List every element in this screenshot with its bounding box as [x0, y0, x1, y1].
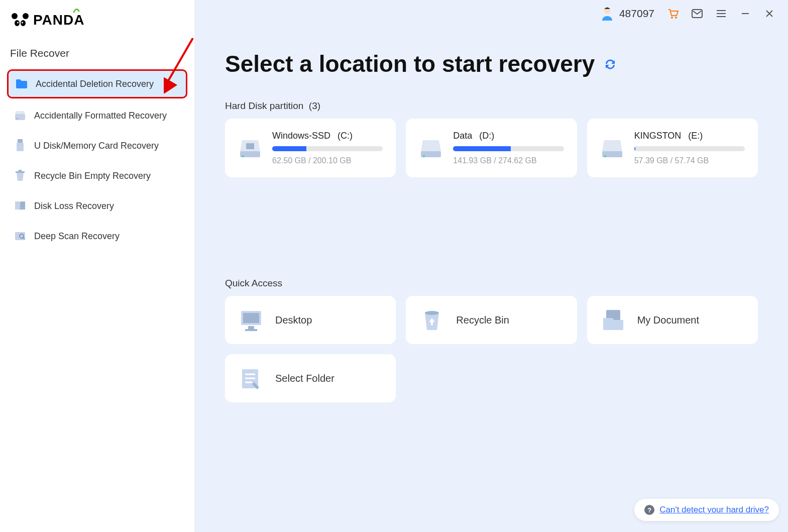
quick-label: Desktop	[275, 314, 312, 326]
trash-icon	[13, 170, 27, 182]
sidebar-item-label: Accidentally Formatted Recovery	[34, 111, 167, 121]
sidebar-item-deep-scan[interactable]: Deep Scan Recovery	[7, 223, 187, 249]
sidebar-list: Accidental Deletion Recovery Accidentall…	[0, 69, 194, 249]
sidebar-item-label: Deep Scan Recovery	[34, 231, 120, 242]
svg-rect-11	[19, 170, 22, 171]
quick-label: Select Folder	[275, 373, 334, 384]
disk-icon	[419, 136, 443, 160]
svg-rect-10	[16, 171, 25, 173]
titlebar: 487097	[195, 0, 788, 27]
partition-card-c[interactable]: Windows-SSD (C:) 62.50 GB / 200.10 GB	[225, 119, 396, 177]
svg-point-1	[23, 13, 29, 19]
partition-size: 141.93 GB / 274.62 GB	[453, 156, 564, 165]
svg-point-5	[22, 22, 23, 23]
svg-rect-28	[246, 143, 254, 149]
svg-point-3	[21, 20, 26, 26]
partitions-label: Hard Disk partition (3)	[225, 100, 758, 112]
partition-card-e[interactable]: KINGSTON (E:) 57.39 GB / 57.74 GB	[587, 119, 758, 177]
partitions-row: Windows-SSD (C:) 62.50 GB / 200.10 GB Da…	[225, 119, 758, 177]
quick-label: My Document	[637, 314, 699, 326]
partition-name: KINGSTON	[634, 131, 682, 141]
svg-rect-9	[17, 143, 24, 151]
sidebar-item-label: U Disk/Memory Card Recovery	[34, 141, 159, 151]
svg-point-17	[671, 17, 673, 19]
folder-pick-icon	[238, 365, 264, 391]
refresh-icon[interactable]	[603, 50, 618, 77]
svg-rect-35	[248, 326, 254, 329]
svg-point-32	[604, 155, 606, 157]
svg-rect-6	[15, 114, 25, 120]
brand-logo: PANDA	[0, 5, 194, 42]
svg-point-18	[675, 17, 677, 19]
scan-icon	[13, 230, 27, 242]
usb-icon	[13, 140, 27, 152]
svg-point-0	[12, 13, 18, 19]
mail-icon[interactable]	[690, 6, 705, 21]
brand-text: PANDA	[33, 12, 85, 28]
book-icon	[13, 200, 27, 212]
partition-letter: (C:)	[337, 131, 353, 141]
quick-label: Recycle Bin	[456, 314, 509, 326]
document-icon	[600, 307, 626, 333]
help-bubble[interactable]: ? Can't detect your hard drive?	[634, 499, 779, 521]
sidebar-heading: File Recover	[0, 42, 194, 69]
minimize-icon[interactable]	[738, 6, 753, 21]
recycle-icon	[419, 307, 445, 333]
partition-letter: (D:)	[479, 131, 494, 141]
quick-row: Desktop Recycle Bin My Document	[225, 296, 758, 344]
svg-point-30	[423, 155, 425, 157]
partition-name: Data	[453, 131, 472, 141]
user-id: 487097	[619, 8, 654, 20]
svg-rect-36	[245, 329, 257, 331]
page-title: Select a location to start recovery	[225, 50, 758, 77]
quick-access-label: Quick Access	[225, 278, 758, 289]
svg-point-27	[242, 155, 244, 157]
sidebar: PANDA File Recover Accidental Deletion R…	[0, 0, 195, 532]
quick-card-recycle[interactable]: Recycle Bin	[406, 296, 577, 344]
sidebar-item-accidental-deletion[interactable]: Accidental Deletion Recovery	[7, 69, 187, 98]
svg-point-37	[425, 311, 439, 315]
folder-icon	[15, 78, 29, 90]
partition-size: 62.50 GB / 200.10 GB	[272, 156, 383, 165]
progress-bar	[453, 146, 564, 151]
help-link[interactable]: Can't detect your hard drive?	[659, 505, 769, 515]
disk-icon	[600, 136, 624, 160]
partition-letter: (E:)	[688, 131, 703, 141]
drive-icon	[13, 110, 27, 122]
quick-card-select-folder[interactable]: Select Folder	[225, 354, 396, 402]
quick-card-document[interactable]: My Document	[587, 296, 758, 344]
progress-bar	[634, 146, 745, 151]
avatar-icon[interactable]	[600, 7, 614, 21]
sidebar-item-recycle[interactable]: Recycle Bin Empty Recovery	[7, 163, 187, 189]
partition-card-d[interactable]: Data (D:) 141.93 GB / 274.62 GB	[406, 119, 577, 177]
menu-icon[interactable]	[714, 6, 729, 21]
cart-icon[interactable]	[665, 6, 681, 21]
disk-icon	[238, 136, 262, 160]
help-icon: ?	[644, 505, 654, 515]
sidebar-item-label: Disk Loss Recovery	[34, 201, 114, 211]
svg-rect-8	[18, 139, 23, 143]
sidebar-item-usb[interactable]: U Disk/Memory Card Recovery	[7, 133, 187, 159]
close-icon[interactable]	[762, 6, 777, 21]
sidebar-item-label: Recycle Bin Empty Recovery	[34, 171, 151, 181]
page-title-text: Select a location to start recovery	[225, 50, 595, 77]
progress-bar	[272, 146, 383, 151]
main: 487097 Select a location to start recove…	[195, 0, 788, 532]
svg-point-2	[15, 20, 20, 26]
partition-size: 57.39 GB / 57.74 GB	[634, 156, 745, 165]
sidebar-item-disk-loss[interactable]: Disk Loss Recovery	[7, 193, 187, 219]
desktop-icon	[238, 307, 264, 333]
sidebar-item-label: Accidental Deletion Recovery	[36, 79, 154, 89]
partition-name: Windows-SSD	[272, 131, 330, 141]
sidebar-item-formatted[interactable]: Accidentally Formatted Recovery	[7, 102, 187, 129]
svg-point-7	[17, 118, 18, 120]
panda-face-icon	[11, 13, 29, 28]
quick-card-desktop[interactable]: Desktop	[225, 296, 396, 344]
svg-rect-34	[243, 313, 259, 323]
svg-point-4	[17, 22, 19, 23]
